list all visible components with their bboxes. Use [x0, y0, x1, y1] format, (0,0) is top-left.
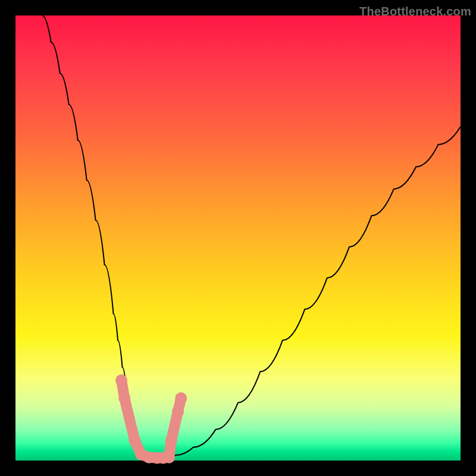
- highlight-point: [118, 392, 130, 404]
- highlight-point: [172, 406, 184, 418]
- highlight-point: [115, 374, 127, 386]
- highlight-point: [129, 434, 140, 446]
- highlight-point: [163, 452, 175, 464]
- highlight-point: [175, 392, 187, 404]
- highlight-point: [165, 434, 177, 446]
- watermark-text: TheBottleneck.com: [359, 5, 471, 18]
- bottleneck-chart: [15, 15, 461, 461]
- bottleneck-curve: [42, 15, 461, 458]
